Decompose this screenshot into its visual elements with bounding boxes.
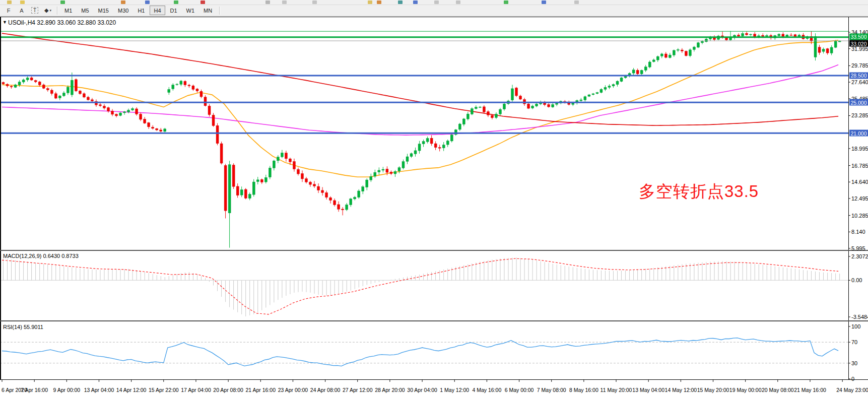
time-tick-label: 20 Apr 08:00	[213, 387, 243, 393]
price-tick-label: 23.285	[851, 112, 868, 118]
macd-tick-label: 2.3072	[851, 253, 868, 259]
price-tick-label: 10.285	[851, 213, 868, 219]
price-tick-label: 16.785	[851, 163, 868, 169]
time-tick-label: 7 Apr 16:00	[21, 387, 48, 393]
macd-indicator-label: MACD(12,26,9) 0.6430 0.8733	[3, 253, 79, 259]
macd-tick-label: -3.5484	[851, 314, 868, 320]
price-tick-label: 29.785	[851, 62, 868, 69]
rsi-tick-label: 70	[851, 339, 857, 345]
macd-tick-label: 0.00	[851, 277, 862, 283]
time-tick-label: 15 Apr 22:00	[149, 387, 179, 393]
time-tick-label: 23 Apr 00:00	[278, 387, 308, 393]
chart-top-border	[0, 17, 868, 17]
time-tick-label: 8 May 16:00	[569, 387, 598, 393]
chart-annotation-text: 多空转折点33.5	[639, 180, 759, 203]
time-tick-label: 30 Apr 04:00	[407, 387, 437, 393]
time-tick-label: 19 May 00:00	[729, 387, 762, 393]
rsi-tick-label: 0	[851, 376, 854, 382]
time-tick-label: 7 May 08:00	[537, 387, 566, 393]
time-tick-label: 14 Apr 12:00	[116, 387, 147, 393]
price-line-badge: 28.500	[849, 72, 868, 79]
time-tick-label: 20 May 08:00	[762, 387, 794, 393]
chart-title-ohlc: USOil-,H4 32.890 33.060 32.880 33.020	[8, 19, 116, 26]
time-axis-border	[0, 379, 868, 380]
time-tick-label: 24 Apr 08:00	[310, 387, 341, 393]
time-tick-label: 15 May 20:00	[697, 387, 729, 393]
price-line-badge: 33.020	[849, 40, 868, 47]
time-tick-label: 11 May 20:00	[600, 387, 632, 393]
rsi-pane	[0, 338, 848, 366]
price-tick-label: 12.495	[851, 195, 868, 202]
mt4-window: FAT◆▾ M1M5M15M30H1H4D1W1MN ▼ USOil-,H4 3…	[0, 0, 868, 396]
macd-signal-line	[2, 258, 838, 314]
price-axis-border	[848, 17, 849, 379]
time-tick-label: 28 Apr 20:00	[375, 387, 405, 393]
pane-separator-macd[interactable]	[0, 250, 868, 251]
time-tick-label: 27 Apr 12:00	[343, 387, 373, 393]
time-tick-label: 6 May 00:00	[505, 387, 534, 393]
price-line-badge: 21.000	[849, 130, 868, 137]
rsi-tick-label: 100	[851, 323, 860, 329]
price-line-badge: 25.000	[849, 99, 868, 106]
price-tick-label: 27.640	[851, 79, 868, 85]
price-tick-label: 18.995	[851, 146, 868, 152]
time-tick-label: 9 Apr 00:00	[53, 387, 80, 393]
time-tick-label: 13 May 04:00	[632, 387, 664, 393]
horizontal-lines-layer	[0, 31, 848, 133]
time-tick-label: 21 Apr 16:00	[245, 387, 276, 393]
time-tick-label: 13 Apr 04:00	[84, 387, 114, 393]
price-tick-label: 5.995	[851, 245, 865, 251]
time-tick-label: 24 May 23:00	[836, 387, 868, 393]
ma-fast-orange	[2, 40, 838, 177]
price-tick-label: 14.640	[851, 179, 868, 185]
price-tick-label: 8.140	[851, 229, 865, 235]
moving-averages-layer	[2, 33, 838, 177]
time-tick-label: 14 May 12:00	[665, 387, 697, 393]
time-tick-label: 17 Apr 04:00	[181, 387, 211, 393]
chart-left-border	[0, 17, 1, 379]
rsi-tick-label: 30	[851, 360, 857, 366]
symbol-dropdown-icon[interactable]: ▼	[3, 20, 7, 25]
time-tick-label: 21 May 16:00	[794, 387, 826, 393]
macd-pane	[0, 257, 848, 316]
price-line-badge: 33.500	[849, 33, 868, 40]
time-tick-label: 4 May 16:00	[472, 387, 501, 393]
pane-separator-rsi[interactable]	[0, 320, 868, 321]
time-tick-label: 1 May 12:00	[440, 387, 469, 393]
rsi-indicator-label: RSI(14) 55.9011	[3, 324, 43, 330]
candles-layer	[2, 31, 841, 248]
